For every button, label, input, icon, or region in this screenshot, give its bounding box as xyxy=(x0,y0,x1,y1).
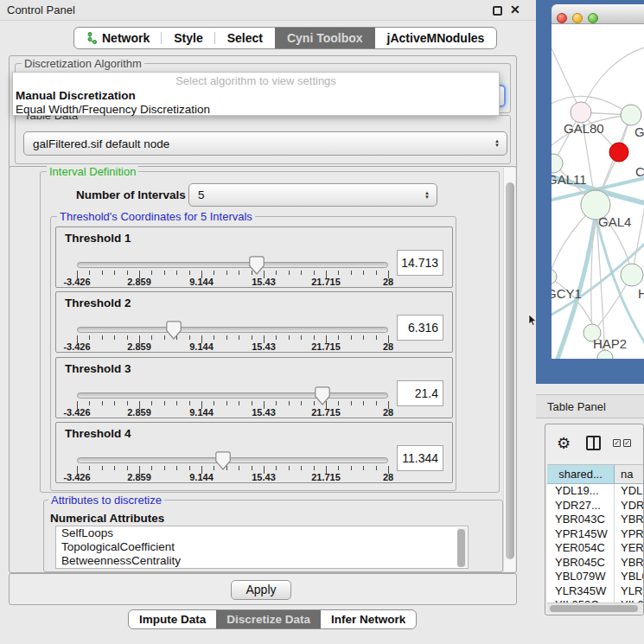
table-data-combobox[interactable]: galFiltered.sif default node ▲▼ xyxy=(23,131,507,156)
zoom-traffic-light-icon[interactable] xyxy=(588,13,598,23)
table-cell[interactable]: YBR0 xyxy=(615,556,644,571)
table-cell[interactable]: YER054C xyxy=(547,541,615,556)
slider-scale-label: 21.715 xyxy=(311,472,341,482)
slider-tick xyxy=(363,335,364,340)
node-table: shared...na YDL19...YDL1YDR27...YDR2YBR0… xyxy=(547,464,644,604)
slider-tick xyxy=(363,401,364,405)
threshold-4-slider-track[interactable] xyxy=(77,457,388,463)
network-node[interactable] xyxy=(609,143,628,162)
threshold-label: Threshold 2 xyxy=(65,296,131,309)
threshold-label: Threshold 1 xyxy=(65,232,131,245)
network-node-label: GA xyxy=(634,124,644,139)
tab-select[interactable]: Select xyxy=(215,28,275,48)
table-row[interactable]: YBL079WYBL0 xyxy=(547,570,644,584)
table-row[interactable]: YLR345WYLR3 xyxy=(547,584,644,599)
slider-tick xyxy=(301,335,302,340)
gear-icon[interactable]: ⚙ xyxy=(557,434,571,453)
settings-vertical-scrollbar-thumb[interactable] xyxy=(506,182,514,559)
tab-style[interactable]: Style xyxy=(162,28,214,48)
table-horizontal-scrollbar-thumb[interactable] xyxy=(550,605,638,612)
table-column-header-na[interactable]: na xyxy=(615,465,644,483)
threshold-3-value-input[interactable] xyxy=(397,380,443,406)
table-cell[interactable]: YPR1 xyxy=(615,527,644,542)
slider-scale-label: 2.859 xyxy=(127,277,151,287)
table-horizontal-scrollbar-track[interactable] xyxy=(547,603,643,613)
apply-button[interactable]: Apply xyxy=(231,580,291,600)
slider-scale-label: -3.426 xyxy=(63,472,90,482)
checkbox-icon[interactable]: ✓ xyxy=(623,439,631,447)
attribute-item-topologicalcoefficient[interactable]: TopologicalCoefficient xyxy=(56,540,468,554)
slider-tick xyxy=(114,335,115,340)
tab-cyni-toolbox[interactable]: Cyni Toolbox xyxy=(275,28,375,48)
close-traffic-light-icon[interactable] xyxy=(557,13,567,23)
algorithm-option-manual-discretization[interactable]: Manual Discretization xyxy=(13,89,499,103)
table-cell[interactable]: YLR3 xyxy=(615,584,644,599)
network-node[interactable] xyxy=(571,102,591,123)
threshold-1-value-input[interactable] xyxy=(397,250,443,276)
table-column-header-shared[interactable]: shared... xyxy=(547,465,615,483)
algorithm-option-equal-width-frequency-discretization[interactable]: Equal Width/Frequency Discretization xyxy=(13,103,499,117)
table-row[interactable]: YER054CYER0 xyxy=(547,541,644,556)
table-row[interactable]: YBR043CYBR0 xyxy=(547,513,644,527)
attributes-group-title: Attributes to discretize xyxy=(48,494,164,507)
checkbox-icon[interactable]: ✓ xyxy=(613,439,621,447)
table-row[interactable]: YPR145WYPR1 xyxy=(547,527,644,542)
threshold-4-panel: Threshold 4-3.4262.8599.14415.4321.71528 xyxy=(55,422,453,483)
table-cell[interactable]: YBR045C xyxy=(547,556,615,571)
table-cell[interactable]: YDR2 xyxy=(615,499,644,513)
table-row[interactable]: YDL19...YDL1 xyxy=(547,484,644,499)
threshold-2-slider-thumb[interactable] xyxy=(166,321,182,340)
minimize-traffic-light-icon[interactable] xyxy=(572,13,583,23)
threshold-3-slider-track[interactable] xyxy=(77,392,388,399)
mode-tab-infer-network[interactable]: Infer Network xyxy=(321,610,416,628)
attributes-list-scrollbar-track[interactable] xyxy=(457,527,467,567)
mode-tab-discretize-data[interactable]: Discretize Data xyxy=(216,610,321,628)
slider-tick xyxy=(226,401,227,405)
table-cell[interactable]: YBR043C xyxy=(547,513,615,527)
tab-jactivemnodules[interactable]: jActiveMNodules xyxy=(375,28,497,48)
table-cell[interactable]: YPR145W xyxy=(547,527,615,542)
threshold-4-value-input[interactable] xyxy=(397,445,443,471)
close-icon[interactable]: ✕ xyxy=(510,3,520,16)
attributes-list-scrollbar-thumb[interactable] xyxy=(457,529,465,567)
threshold-1-slider-thumb[interactable] xyxy=(249,256,265,275)
settings-vertical-scrollbar-track[interactable] xyxy=(503,168,515,571)
table-cell[interactable]: YER0 xyxy=(615,541,644,556)
table-cell[interactable]: YLR345W xyxy=(547,584,615,599)
slider-tick xyxy=(102,401,103,405)
network-node[interactable] xyxy=(621,264,643,286)
network-node-label: C xyxy=(635,164,644,179)
split-columns-icon[interactable] xyxy=(586,436,601,450)
mode-tab-impute-data[interactable]: Impute Data xyxy=(129,610,216,628)
threshold-1-slider-track[interactable] xyxy=(77,262,388,268)
threshold-2-panel: Threshold 2-3.4262.8599.14415.4321.71528 xyxy=(55,291,453,353)
threshold-2-slider-track[interactable] xyxy=(77,327,388,333)
number-of-intervals-combobox[interactable]: 5 ▲▼ xyxy=(188,183,437,207)
table-cell[interactable]: YDL19... xyxy=(547,484,615,499)
threshold-2-value-input[interactable] xyxy=(397,315,443,341)
attribute-item-selfloops[interactable]: SelfLoops xyxy=(56,526,468,540)
algorithm-popup-options: Manual DiscretizationEqual Width/Frequen… xyxy=(13,89,499,116)
network-node[interactable] xyxy=(552,154,563,173)
network-node[interactable] xyxy=(621,105,641,125)
table-cell[interactable]: YBL079W xyxy=(547,570,615,584)
float-window-icon[interactable] xyxy=(493,6,502,16)
table-cell[interactable]: YDR27... xyxy=(547,499,615,513)
network-node[interactable] xyxy=(597,350,613,359)
threshold-3-slider-thumb[interactable] xyxy=(315,386,330,405)
slider-tick xyxy=(351,271,352,275)
table-row[interactable]: YDR27...YDR2 xyxy=(547,499,644,513)
threshold-4-slider-thumb[interactable] xyxy=(215,451,231,470)
table-row[interactable]: YBR045CYBR0 xyxy=(547,556,644,571)
slider-tick xyxy=(102,466,103,470)
table-cell[interactable]: YDL1 xyxy=(615,484,644,499)
table-cell[interactable]: YBL0 xyxy=(615,570,644,584)
algorithm-popup-hint: Select algorithm to view settings xyxy=(13,73,499,89)
network-window-titlebar[interactable] xyxy=(552,4,644,24)
network-canvas[interactable]: GAL80GACGAL11GAL4GCY1HHAP2 xyxy=(552,24,644,359)
slider-tick xyxy=(338,335,339,340)
slider-tick xyxy=(114,466,115,470)
attribute-item-betweennesscentrality[interactable]: BetweennessCentrality xyxy=(56,554,468,568)
table-cell[interactable]: YBR0 xyxy=(615,513,644,527)
tab-network[interactable]: Network xyxy=(74,28,162,48)
